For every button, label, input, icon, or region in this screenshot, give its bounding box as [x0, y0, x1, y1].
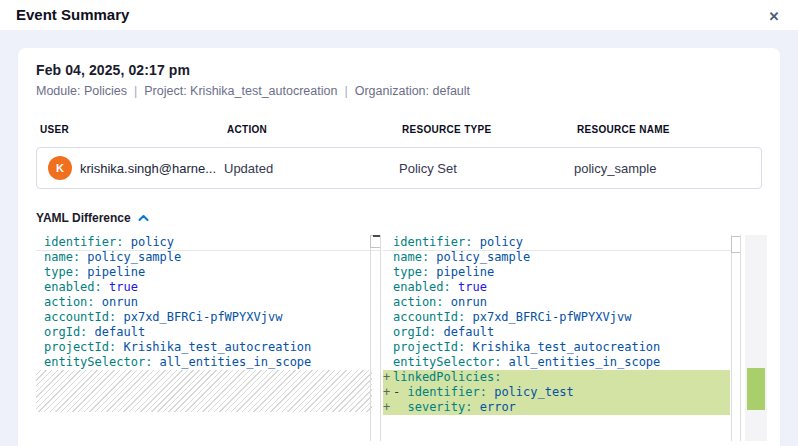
- meta-separator: |: [337, 84, 354, 98]
- table-header: USER ACTION RESOURCE TYPE RESOURCE NAME: [36, 124, 762, 135]
- diff-plus-sign: +: [383, 385, 393, 400]
- diff-overview-ruler[interactable]: [745, 235, 767, 441]
- diff-line: action: onrun: [383, 295, 730, 310]
- table-row[interactable]: K krishika.singh@harne... Updated Policy…: [36, 147, 762, 189]
- diff-line: entitySelector: all_entities_in_scope: [383, 355, 730, 370]
- chevron-up-icon[interactable]: [138, 214, 149, 222]
- diff-modified-code: identifier: policyname: policy_sampletyp…: [383, 235, 740, 415]
- diff-line: projectId: Krishika_test_autocreation: [36, 340, 369, 355]
- diff-line: enabled: true: [36, 280, 369, 295]
- diff-line: identifier: policy: [383, 235, 730, 250]
- diff-divider-line: [383, 250, 740, 251]
- meta-organization: Organization: default: [355, 84, 470, 98]
- modal-header: Event Summary ✕: [0, 0, 798, 30]
- yaml-diff-view: identifier: policyname: policy_sampletyp…: [36, 235, 762, 441]
- event-card: Feb 04, 2025, 02:17 pm Module: Policies|…: [18, 48, 780, 446]
- diff-line: accountId: px7xd_BFRCi-pfWPYXVjvw: [36, 310, 369, 325]
- yaml-difference-label: YAML Difference: [36, 211, 131, 225]
- page-title: Event Summary: [16, 6, 129, 23]
- meta-project: Project: Krishika_test_autocreation: [144, 84, 337, 98]
- action-cell: Updated: [224, 161, 399, 176]
- diff-plus-sign: +: [383, 400, 393, 415]
- diff-divider-line: [36, 250, 380, 251]
- scrollbar-shadow: [373, 235, 381, 237]
- diff-pane-modified[interactable]: identifier: policyname: policy_sampletyp…: [383, 235, 741, 441]
- diff-line-added: +linkedPolicies:: [383, 370, 730, 385]
- user-email: krishika.singh@harne...: [80, 161, 216, 176]
- yaml-difference-section-header: YAML Difference: [36, 211, 762, 225]
- diff-line: name: policy_sample: [36, 250, 369, 265]
- diff-line: identifier: policy: [36, 235, 369, 250]
- column-header-action: ACTION: [227, 124, 402, 135]
- diff-original-code: identifier: policyname: policy_sampletyp…: [36, 235, 380, 370]
- column-header-user: USER: [40, 124, 227, 135]
- avatar: K: [48, 156, 72, 180]
- meta-separator: |: [127, 84, 144, 98]
- column-header-resource-name: RESOURCE NAME: [577, 124, 762, 135]
- diff-line: action: onrun: [36, 295, 369, 310]
- diff-inserted-chunk-marker: [747, 368, 765, 410]
- diff-line: accountId: px7xd_BFRCi-pfWPYXVjvw: [383, 310, 730, 325]
- resource-type-cell: Policy Set: [399, 161, 574, 176]
- diff-line-added: + severity: error: [383, 400, 730, 415]
- diff-line: name: policy_sample: [383, 250, 730, 265]
- scrollbar-track: [731, 235, 732, 441]
- diff-plus-sign: +: [383, 370, 393, 385]
- event-meta: Module: Policies|Project: Krishika_test_…: [36, 84, 762, 98]
- diff-line: enabled: true: [383, 280, 730, 295]
- diff-line-added: +- identifier: policy_test: [383, 385, 730, 400]
- resource-name-cell: policy_sample: [574, 161, 761, 176]
- close-icon[interactable]: ✕: [764, 6, 784, 26]
- diff-line: type: pipeline: [383, 265, 730, 280]
- diff-line: orgId: default: [36, 325, 369, 340]
- column-header-resource-type: RESOURCE TYPE: [402, 124, 577, 135]
- user-cell: K krishika.singh@harne...: [37, 156, 224, 180]
- event-timestamp: Feb 04, 2025, 02:17 pm: [36, 62, 762, 78]
- scrollbar-thumb[interactable]: [731, 236, 741, 253]
- diff-line: projectId: Krishika_test_autocreation: [383, 340, 730, 355]
- diff-pane-original[interactable]: identifier: policyname: policy_sampletyp…: [36, 235, 381, 441]
- modal-body: Feb 04, 2025, 02:17 pm Module: Policies|…: [0, 30, 798, 446]
- diff-line: entitySelector: all_entities_in_scope: [36, 355, 369, 370]
- diff-empty-placeholder: [36, 370, 372, 412]
- meta-module: Module: Policies: [36, 84, 127, 98]
- diff-line: orgId: default: [383, 325, 730, 340]
- scrollbar-track: [370, 235, 371, 441]
- diff-line: type: pipeline: [36, 265, 369, 280]
